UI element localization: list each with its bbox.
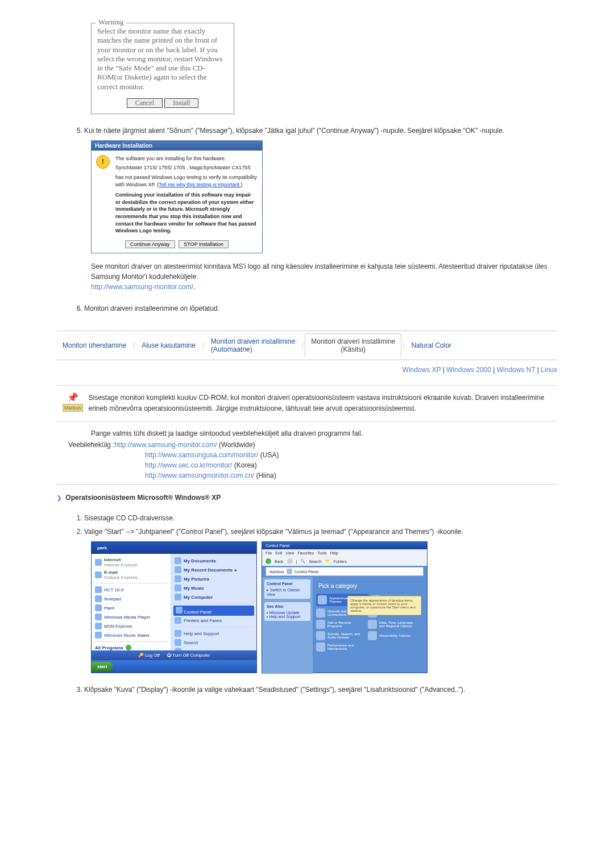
step-list-a: Kui te näete järgmist akent "Sõnum" ("Me… bbox=[57, 126, 557, 136]
ie-icon bbox=[95, 559, 102, 566]
hw-line1: The software you are installing for this… bbox=[115, 155, 258, 162]
sm-right-item: Help and Support bbox=[173, 629, 254, 638]
step-list-c: Sisestage CD CD-draiverisse. Valige "Sta… bbox=[57, 513, 557, 537]
step-6: Monitori draiveri installeerimine on lõp… bbox=[84, 303, 557, 314]
network-icon bbox=[316, 608, 325, 617]
link-china[interactable]: http://www.samsungmonitor.com.cn/ bbox=[145, 471, 254, 479]
screenshot-gallery: park InternetInternet Explorer E-mailOut… bbox=[91, 541, 557, 673]
samsung-monitor-link[interactable]: http://www.samsung-monitor.com/ bbox=[91, 283, 193, 291]
computer-icon bbox=[175, 594, 181, 600]
tile-addremove: Add or Remove Programs bbox=[316, 620, 366, 629]
app-icon bbox=[95, 586, 102, 593]
control-panel-selected: Control Panel bbox=[173, 606, 254, 616]
tile-sounds: Sounds, Speech, and Audio Devices bbox=[316, 631, 366, 640]
appearance-icon bbox=[318, 595, 327, 604]
back-icon bbox=[265, 558, 271, 564]
tab-connect[interactable]: Monitori ühendamine bbox=[57, 338, 132, 353]
arrow-icon: ❯ bbox=[57, 495, 61, 501]
hw-bold-warning: Continuing your installation of this sof… bbox=[115, 191, 258, 235]
hw-line2: SyncMaster 171S/ 175S/ 170S , MagicSyncM… bbox=[115, 164, 258, 172]
link-worldwide[interactable]: http://www.samsung-monitor.com/ bbox=[114, 441, 217, 449]
install-button[interactable]: Install bbox=[164, 98, 198, 108]
mail-icon bbox=[95, 571, 102, 578]
sites-label: Veebilehekülg : bbox=[68, 441, 114, 449]
cp-toolbar: Back | 🔍Search 📁Folders bbox=[262, 557, 427, 566]
tab-driver-manual[interactable]: Monitori draiveri installimine(Käsitsi) bbox=[305, 333, 401, 357]
gear-icon bbox=[316, 642, 325, 652]
control-panel-icon bbox=[176, 607, 182, 614]
folder-icon bbox=[175, 566, 181, 573]
prep-paragraph: Pange valmis tühi diskett ja laadige sii… bbox=[91, 428, 557, 439]
warning-title: Warning bbox=[96, 18, 126, 27]
cp-window-title: Control Panel bbox=[262, 542, 427, 549]
cp-side-box: Control Panel ▸ Switch to Classic View bbox=[264, 579, 310, 599]
tab-driver-auto[interactable]: Monitori draiveri installimine(Automaatn… bbox=[205, 334, 301, 357]
tile-accessibility: Accessibility Options bbox=[368, 631, 417, 640]
tab-natural-color[interactable]: Natural Color bbox=[405, 338, 457, 353]
taskbar: start bbox=[92, 660, 256, 673]
sm-right-item: My Recent Documents ▸ bbox=[173, 565, 254, 574]
driver-note-paragraph: See monitori draiver on atesteerimist ki… bbox=[91, 261, 557, 292]
app-icon bbox=[95, 595, 102, 602]
link-usa[interactable]: http://www.samsungusa.com/monitor/ bbox=[145, 451, 258, 459]
search-icon: 🔍 bbox=[300, 559, 305, 564]
link-windows-2000[interactable]: Windows 2000 bbox=[446, 366, 491, 374]
note-block: 📌 Märkus Sisestage monitori komplekti ku… bbox=[57, 385, 557, 422]
step-c-1: Sisestage CD CD-draiverisse. bbox=[84, 513, 557, 523]
sm-app: Paint bbox=[94, 603, 168, 612]
sm-app: Notepad bbox=[94, 594, 168, 603]
hardware-installation-dialog: Hardware Installation ! The software you… bbox=[91, 140, 263, 253]
sm-app: MSN Explorer bbox=[94, 621, 168, 631]
printer-icon bbox=[175, 617, 181, 624]
folder-icon bbox=[175, 585, 181, 591]
folder-icon bbox=[175, 575, 181, 582]
hw-line3: has not passed Windows Logo testing to v… bbox=[115, 174, 258, 188]
warning-body: Select the monitor name that exactly mat… bbox=[97, 27, 228, 91]
warning-dialog: Warning Select the monitor name that exa… bbox=[91, 23, 234, 114]
link-windows-nt[interactable]: Windows NT bbox=[497, 366, 536, 374]
step-list-d: Klõpsake "Kuva" ("Display") -ikoonile ja… bbox=[57, 685, 557, 695]
cancel-button[interactable]: Cancel bbox=[127, 98, 163, 108]
tab-stand[interactable]: Aluse kasutamine bbox=[136, 338, 201, 353]
link-korea[interactable]: http://www.sec.co.kr/monitor/ bbox=[145, 461, 232, 469]
start-menu-screenshot: park InternetInternet Explorer E-mailOut… bbox=[91, 541, 257, 673]
search-icon bbox=[175, 639, 181, 646]
cp-menubar: File Edit View Favorites Tools Help bbox=[262, 549, 427, 557]
tile-datetime: Date, Time, Language, and Regional Optio… bbox=[368, 620, 417, 629]
step-d-3: Klõpsake "Kuva" ("Display") -ikoonile ja… bbox=[84, 685, 557, 695]
app-icon bbox=[95, 632, 102, 639]
stop-installation-button[interactable]: STOP Installation bbox=[179, 240, 229, 248]
start-menu-user: park bbox=[92, 542, 256, 554]
app-icon bbox=[95, 623, 102, 629]
os-links: Windows XP | Windows 2000 | Windows NT |… bbox=[57, 366, 557, 374]
hw-dialog-text: The software you are installing for this… bbox=[115, 155, 258, 235]
logoff-button: 🔑 Log Off bbox=[138, 653, 160, 658]
link-linux[interactable]: Linux bbox=[541, 366, 557, 374]
divider bbox=[57, 331, 557, 331]
tile-performance: Performance and Maintenance bbox=[316, 642, 366, 652]
link-windows-xp[interactable]: Windows XP bbox=[403, 366, 441, 374]
os-heading: ❯ Operatsioonisüsteem Microsoft® Windows… bbox=[57, 494, 557, 502]
pick-category: Pick a category bbox=[316, 581, 424, 594]
cp-sidebar: Control Panel ▸ Switch to Classic View S… bbox=[262, 577, 313, 674]
continue-anyway-button[interactable]: Continue Anyway bbox=[125, 240, 175, 248]
sm-email: E-mailOutlook Express bbox=[94, 569, 168, 581]
arrow-icon bbox=[126, 645, 131, 650]
hw-dialog-title: Hardware Installation bbox=[92, 141, 262, 151]
sm-right-item: My Documents bbox=[173, 556, 254, 565]
sm-right-item: Search bbox=[173, 638, 254, 647]
note-text: Sisestage monitori komplekti kuuluv CD-R… bbox=[89, 393, 557, 414]
forward-icon bbox=[287, 558, 293, 564]
website-list: Veebilehekülg :http://www.samsung-monito… bbox=[68, 440, 557, 481]
sm-right-item: My Music bbox=[173, 583, 254, 592]
note-label: Märkus bbox=[63, 404, 83, 412]
divider bbox=[57, 360, 557, 360]
start-menu-bottom: 🔑 Log Off ⏻ Turn Off Computer bbox=[92, 650, 256, 660]
sm-right-item: My Pictures bbox=[173, 574, 254, 583]
hw-testing-link[interactable]: Tell me why this testing is important. bbox=[159, 182, 240, 187]
control-panel-screenshot: Control Panel File Edit View Favorites T… bbox=[262, 541, 428, 673]
sm-app: HCT 10.0 bbox=[94, 585, 168, 594]
cp-addressbar: Address Control Panel bbox=[265, 567, 424, 576]
step-list-b: Monitori draiveri installeerimine on lõp… bbox=[57, 303, 557, 314]
turnoff-button: ⏻ Turn Off Computer bbox=[167, 653, 210, 658]
